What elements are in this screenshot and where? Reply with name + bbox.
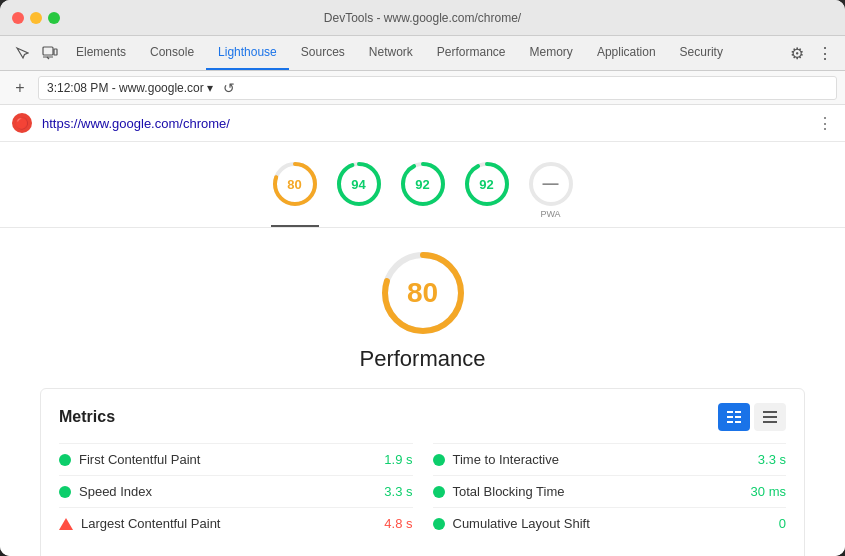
seo-score-value: 92 <box>479 177 493 192</box>
score-performance[interactable]: 80 <box>271 160 319 227</box>
tab-lighthouse[interactable]: Lighthouse <box>206 36 289 70</box>
lcp-name: Largest Contentful Paint <box>81 516 376 531</box>
lh-url-bar: 🔴 https://www.google.com/chrome/ ⋮ <box>0 105 845 142</box>
lighthouse-icon: 🔴 <box>12 113 32 133</box>
tab-console[interactable]: Console <box>138 36 206 70</box>
metrics-left-column: First Contentful Paint 1.9 s Speed Index… <box>59 443 413 539</box>
tbt-status-dot <box>433 486 445 498</box>
metrics-header: Metrics <box>59 403 786 431</box>
svg-rect-21 <box>735 421 741 423</box>
tti-name: Time to Interactive <box>453 452 750 467</box>
best-score-value: 92 <box>415 177 429 192</box>
big-score-container: 80 Performance <box>40 248 805 372</box>
score-circles-row: 80 94 <box>0 142 845 228</box>
lcp-status-triangle <box>59 518 73 530</box>
device-toolbar-icon[interactable] <box>36 36 64 70</box>
address-text: 3:12:08 PM - www.google.cor ▾ <box>47 81 213 95</box>
svg-rect-20 <box>727 421 733 423</box>
svg-rect-22 <box>763 411 777 413</box>
page-url: https://www.google.com/chrome/ <box>42 116 807 131</box>
fcp-name: First Contentful Paint <box>79 452 376 467</box>
tab-sources[interactable]: Sources <box>289 36 357 70</box>
devtools-right-actions: ⚙ ⋮ <box>785 36 845 70</box>
score-circle-seo: 92 <box>463 160 511 208</box>
pwa-score-value: — <box>543 175 559 193</box>
tti-status-dot <box>433 454 445 466</box>
tbt-value: 30 ms <box>751 484 786 499</box>
si-value: 3.3 s <box>384 484 412 499</box>
tab-network[interactable]: Network <box>357 36 425 70</box>
svg-rect-0 <box>43 47 53 55</box>
grid-view-button[interactable] <box>718 403 750 431</box>
close-button[interactable] <box>12 12 24 24</box>
metrics-view-toggle <box>718 403 786 431</box>
metric-tti: Time to Interactive 3.3 s <box>433 443 787 475</box>
svg-rect-17 <box>735 411 741 413</box>
perf-score-value: 80 <box>287 177 301 192</box>
minimize-button[interactable] <box>30 12 42 24</box>
url-more-icon[interactable]: ⋮ <box>817 114 833 133</box>
big-score-circle: 80 <box>378 248 468 338</box>
more-options-icon[interactable]: ⋮ <box>813 41 837 65</box>
svg-rect-19 <box>735 416 741 418</box>
tab-elements[interactable]: Elements <box>64 36 138 70</box>
si-name: Speed Index <box>79 484 376 499</box>
lighthouse-panel: 🔴 https://www.google.com/chrome/ ⋮ 80 <box>0 105 845 556</box>
score-pwa[interactable]: — PWA <box>527 160 575 227</box>
tab-application[interactable]: Application <box>585 36 668 70</box>
maximize-button[interactable] <box>48 12 60 24</box>
browser-toolbar: + 3:12:08 PM - www.google.cor ▾ ↺ <box>0 71 845 105</box>
cls-status-dot <box>433 518 445 530</box>
address-bar[interactable]: 3:12:08 PM - www.google.cor ▾ ↺ <box>38 76 837 100</box>
score-accessibility[interactable]: 94 <box>335 160 383 227</box>
si-status-dot <box>59 486 71 498</box>
big-score-value: 80 <box>407 277 438 309</box>
cursor-icon[interactable] <box>8 36 36 70</box>
window-title: DevTools - www.google.com/chrome/ <box>324 11 521 25</box>
tab-performance[interactable]: Performance <box>425 36 518 70</box>
svg-rect-18 <box>727 416 733 418</box>
devtools-tab-bar: Elements Console Lighthouse Sources Netw… <box>0 36 845 71</box>
tab-security[interactable]: Security <box>668 36 735 70</box>
cls-value: 0 <box>779 516 786 531</box>
cls-name: Cumulative Layout Shift <box>453 516 771 531</box>
title-bar: DevTools - www.google.com/chrome/ <box>0 0 845 36</box>
metric-si: Speed Index 3.3 s <box>59 475 413 507</box>
fcp-value: 1.9 s <box>384 452 412 467</box>
score-best-practices[interactable]: 92 <box>399 160 447 227</box>
svg-rect-23 <box>763 416 777 418</box>
svg-rect-24 <box>763 421 777 423</box>
list-view-button[interactable] <box>754 403 786 431</box>
traffic-lights <box>12 12 60 24</box>
metrics-right-column: Time to Interactive 3.3 s Total Blocking… <box>433 443 787 539</box>
metric-fcp: First Contentful Paint 1.9 s <box>59 443 413 475</box>
tab-memory[interactable]: Memory <box>518 36 585 70</box>
metrics-section: Metrics <box>40 388 805 556</box>
lh-main-content: 80 Performance Metrics <box>0 228 845 556</box>
fcp-status-dot <box>59 454 71 466</box>
reload-icon[interactable]: ↺ <box>223 80 235 96</box>
pwa-label: PWA <box>540 209 560 219</box>
score-circle-pwa: — <box>527 160 575 208</box>
metrics-title: Metrics <box>59 408 115 426</box>
tti-value: 3.3 s <box>758 452 786 467</box>
metric-tbt: Total Blocking Time 30 ms <box>433 475 787 507</box>
score-circle-access: 94 <box>335 160 383 208</box>
svg-rect-16 <box>727 411 733 413</box>
tbt-name: Total Blocking Time <box>453 484 743 499</box>
score-seo[interactable]: 92 <box>463 160 511 227</box>
svg-rect-1 <box>54 49 57 55</box>
score-circle-perf: 80 <box>271 160 319 208</box>
score-circle-best: 92 <box>399 160 447 208</box>
metrics-grid: First Contentful Paint 1.9 s Speed Index… <box>59 443 786 539</box>
metric-cls: Cumulative Layout Shift 0 <box>433 507 787 539</box>
new-tab-button[interactable]: + <box>8 76 32 100</box>
big-score-title: Performance <box>360 346 486 372</box>
metric-lcp: Largest Contentful Paint 4.8 s <box>59 507 413 539</box>
access-score-value: 94 <box>351 177 365 192</box>
settings-icon[interactable]: ⚙ <box>785 41 809 65</box>
lcp-value: 4.8 s <box>384 516 412 531</box>
browser-window: DevTools - www.google.com/chrome/ Elemen… <box>0 0 845 556</box>
